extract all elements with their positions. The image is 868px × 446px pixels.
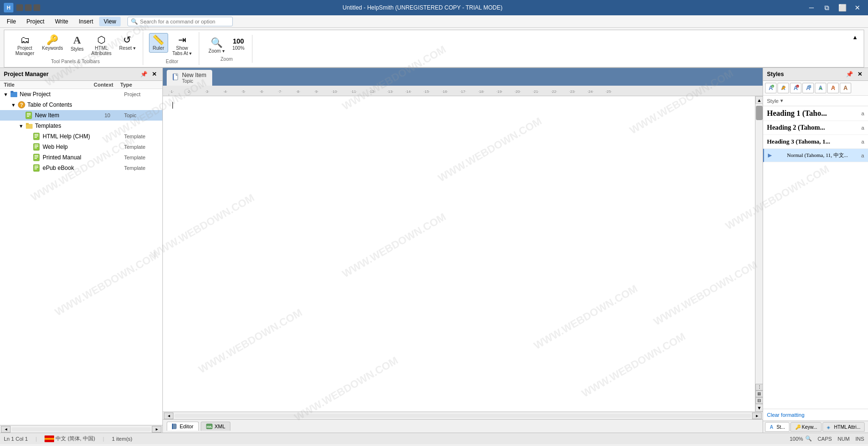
ribbon-collapse-arrow[interactable]: ▲ (850, 32, 860, 43)
zoom-button[interactable]: 🔍 Zoom ▾ (205, 36, 228, 56)
tree-label-epub: ePub eBook (43, 165, 91, 171)
tree-item-templates[interactable]: ▼ Templates (0, 121, 162, 131)
style-item-heading2[interactable]: Heading 2 (Tahom... a (763, 121, 868, 135)
style-item-heading3[interactable]: Heading 3 (Tahoma, 1... a (763, 135, 868, 149)
clear-formatting-link[interactable]: Clear formatting (763, 409, 868, 421)
vscroll-down-button[interactable]: ▼ (755, 404, 763, 412)
svg-text:XML: XML (206, 425, 212, 428)
zoom-100-button[interactable]: 100 100% (229, 36, 248, 53)
vscroll-btn-extra3[interactable]: ⊟ (755, 397, 763, 404)
project-icon (10, 90, 18, 99)
menu-insert[interactable]: Insert (74, 17, 98, 26)
toggle-templates[interactable]: ▼ (17, 122, 25, 130)
keywords-button[interactable]: 🔑 Keywords (38, 33, 66, 53)
tree-item-toc[interactable]: ▼ ? Table of Contents (0, 100, 162, 110)
vscroll-up-button[interactable]: ▲ (755, 96, 763, 104)
status-item-count: 1 item(s) (112, 436, 132, 442)
style-import-button[interactable]: A (827, 83, 839, 93)
ruler-button[interactable]: 📏 Ruler (149, 33, 168, 53)
sidebar-pin-button[interactable]: 📌 (139, 70, 148, 78)
zoom-value: 100% (789, 436, 803, 442)
styles-panel-close[interactable]: ✕ (856, 70, 864, 78)
sidebar-scroll-left[interactable]: ◂ (1, 426, 11, 433)
styles-toolbar: A+ A A− A A A A (763, 81, 868, 96)
styles-button[interactable]: A Styles (67, 33, 87, 54)
style-delete-button[interactable]: A− (790, 83, 801, 93)
style-apply-button[interactable]: A (815, 83, 826, 93)
sidebar-scroll-right[interactable]: ▸ (152, 426, 161, 433)
minimize-button[interactable]: ─ (805, 2, 818, 13)
editor-inner[interactable] (163, 96, 755, 412)
show-tabs-button[interactable]: ⇥ ShowTabs At ▾ (169, 33, 195, 58)
svg-text:·16·: ·16· (442, 89, 448, 94)
toggle-new-project[interactable]: ▼ (2, 90, 10, 98)
style-item-heading1[interactable]: Heading 1 (Taho... a (763, 106, 868, 121)
window-menu-icon[interactable] (16, 4, 23, 11)
editor-tab-xml[interactable]: XML XML (201, 422, 231, 431)
toggle-toc[interactable]: ▼ (10, 101, 17, 109)
tree-item-new-project[interactable]: ▼ New Project Project (0, 89, 162, 100)
menu-view[interactable]: View (99, 17, 121, 26)
style-selected-marker: ▶ (768, 152, 772, 158)
window-controls: ─ ⧉ ⬜ ✕ (805, 2, 864, 13)
tree-type-htmlhelp: Template (124, 134, 162, 139)
editor-scroll-left[interactable]: ◂ (164, 413, 173, 419)
style-edit-button[interactable]: A (777, 83, 789, 93)
tree-item-webhelp[interactable]: ▶ Web Help Template (0, 142, 162, 152)
menu-project[interactable]: Project (22, 17, 49, 26)
vscroll-btn-extra1[interactable]: ⋮ (755, 384, 763, 390)
tab-subtitle: Topic (182, 78, 206, 84)
styles-tab-st[interactable]: A St... (765, 422, 789, 432)
sidebar-scroll-track (11, 427, 151, 431)
tree-item-printedmanual[interactable]: ▶ Printed Manual Template (0, 152, 162, 163)
toolpanel-buttons: 🗂 ProjectManager 🔑 Keywords A Styles ⬡ H… (12, 33, 139, 58)
svg-text:·11·: ·11· (351, 89, 357, 94)
html-attributes-button[interactable]: ⬡ HTMLAttributes (88, 33, 115, 58)
sidebar-hscroll[interactable]: ◂ ▸ (0, 425, 162, 433)
window-icon3[interactable] (34, 4, 40, 11)
maximize-button[interactable]: ⧉ (820, 2, 834, 13)
style-icon-heading1: a (861, 111, 864, 116)
style-export-button[interactable]: A (840, 83, 851, 93)
ribbon-group-toolpanels: 🗂 ProjectManager 🔑 Keywords A Styles ⬡ H… (8, 32, 143, 65)
styles-filter-dropdown-icon[interactable]: ▾ (780, 98, 783, 104)
svg-text:A: A (831, 85, 835, 91)
ruler-inner: ·1· ·2· ·3· ·4· ·5· ·6· ·7· ·8· ·9· ·10·… (169, 86, 757, 96)
style-copy-button[interactable]: A (802, 83, 814, 93)
editor-content[interactable] (163, 96, 755, 412)
vscroll-btn-extra2[interactable]: ⊞ (755, 390, 763, 397)
status-right: 100% 🔍 CAPS NUM INS (789, 435, 864, 442)
new-item-icon (25, 111, 34, 120)
editor-tab-editor[interactable]: Editor (167, 422, 199, 431)
style-new-button[interactable]: A+ (765, 83, 777, 93)
clear-formatting-text: Clear formatting (767, 412, 804, 418)
command-search-input[interactable] (140, 19, 229, 24)
reset-button[interactable]: ↺ Reset ▾ (116, 33, 139, 53)
tree-header: Title Context Type (0, 81, 162, 89)
tree-label-printedmanual: Printed Manual (43, 154, 91, 161)
window-icon2[interactable] (25, 4, 32, 11)
menu-write[interactable]: Write (50, 17, 73, 26)
sidebar-close-button[interactable]: ✕ (150, 70, 159, 78)
tree-item-epub[interactable]: ▶ ePub eBook Template (0, 163, 162, 173)
restore-button[interactable]: ⬜ (835, 2, 849, 13)
zoom-label: Zoom (220, 56, 233, 62)
menu-file[interactable]: File (2, 17, 21, 26)
command-search-box[interactable]: 🔍 (127, 17, 233, 26)
editor-scroll-right[interactable]: ▸ (752, 413, 762, 419)
styles-panel-pin[interactable]: 📌 (845, 70, 854, 78)
editor-tab-new-item[interactable]: New Item Topic (167, 70, 212, 86)
project-manager-button[interactable]: 🗂 ProjectManager (12, 33, 37, 58)
styles-panel-title: Styles (767, 71, 784, 78)
svg-text:·14·: ·14· (405, 89, 411, 94)
styles-tab-html-attr[interactable]: ◈ HTML Attri... (822, 422, 865, 432)
tree-item-htmlhelp[interactable]: ▶ HTML Help (CHM) Template (0, 131, 162, 142)
tree-item-new-item[interactable]: ▶ New Item 10 Topic (0, 110, 162, 121)
editor-hscroll[interactable]: ◂ ▸ (163, 412, 763, 419)
style-item-normal[interactable]: ▶ Normal (Tahoma, 11, 中文... a (763, 149, 868, 162)
ruler: ·1· ·2· ·3· ·4· ·5· ·6· ·7· ·8· ·9· ·10·… (163, 86, 763, 96)
zoom-control[interactable]: 100% 🔍 (789, 435, 811, 442)
styles-tab-keyw[interactable]: 🔑 Keyw... (790, 422, 822, 432)
vscroll-thumb[interactable] (756, 106, 763, 120)
close-button[interactable]: ✕ (851, 2, 864, 13)
